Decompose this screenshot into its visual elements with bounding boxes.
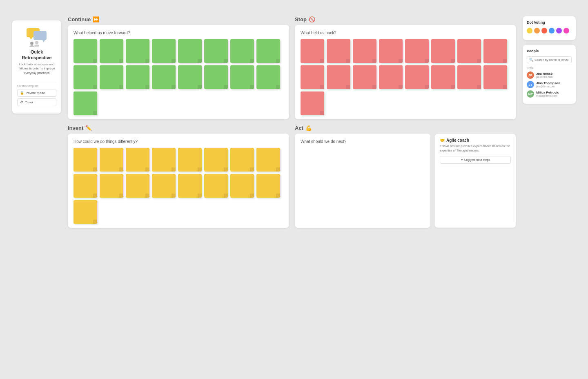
- sticky-note[interactable]: [483, 65, 507, 89]
- sticky-note[interactable]: [74, 200, 97, 224]
- sticky-note[interactable]: [431, 39, 455, 63]
- sticky-note[interactable]: [256, 174, 280, 198]
- continue-sticky-grid: [74, 39, 283, 115]
- timer-label: Timer: [25, 100, 33, 104]
- sticky-note[interactable]: [178, 174, 202, 198]
- invent-emoji: ✏️: [85, 125, 92, 131]
- sticky-note[interactable]: [152, 39, 176, 63]
- svg-marker-3: [42, 40, 45, 42]
- person-name: Jina Thompson: [536, 81, 560, 85]
- sticky-note[interactable]: [204, 65, 228, 89]
- sticky-note[interactable]: [457, 65, 481, 89]
- agile-coach-desc: This AI advisor provides expert advice b…: [440, 144, 511, 153]
- sticky-note[interactable]: [301, 39, 324, 63]
- dot-pink[interactable]: [564, 28, 569, 33]
- right-sidebar: Dot Voting People 🔍 Crew JR Ji: [523, 16, 576, 104]
- dot-voting-panel: Dot Voting: [523, 16, 576, 40]
- sticky-note[interactable]: [204, 148, 228, 172]
- sticky-note[interactable]: [74, 91, 97, 115]
- lock-icon: 🔒: [20, 91, 24, 95]
- agile-coach-card: 🤝 Agile coach This AI advisor provides e…: [434, 134, 516, 228]
- sticky-note[interactable]: [74, 39, 97, 63]
- suggest-label: ✦ Suggest next steps: [461, 158, 490, 162]
- dot-red[interactable]: [541, 28, 547, 33]
- stop-sticky-grid: [301, 39, 510, 115]
- sticky-note[interactable]: [204, 174, 228, 198]
- sticky-note[interactable]: [230, 148, 254, 172]
- sticky-note[interactable]: [204, 39, 228, 63]
- sticky-note[interactable]: [74, 65, 97, 89]
- sticky-note[interactable]: [152, 174, 176, 198]
- sticky-note[interactable]: [379, 39, 403, 63]
- svg-point-5: [29, 45, 34, 47]
- sticky-note[interactable]: [178, 148, 202, 172]
- timer-button[interactable]: ⏱ Timer: [17, 98, 56, 106]
- sticky-note[interactable]: [230, 65, 254, 89]
- sticky-note[interactable]: [327, 65, 350, 89]
- sticky-note[interactable]: [379, 65, 403, 89]
- act-section-title: Act 💪: [295, 125, 516, 131]
- board-row-top: Continue ⏩ What helped us move forward?: [68, 16, 516, 119]
- template-for-label: For this template: [17, 85, 38, 87]
- act-title-text: Act: [295, 125, 303, 131]
- person-info: Jina Thompson jina@firma.com: [536, 81, 560, 88]
- person-email: jim.renko.com: [536, 76, 552, 78]
- sticky-note[interactable]: [405, 65, 429, 89]
- continue-section-title: Continue ⏩: [68, 16, 289, 22]
- sticky-note[interactable]: [457, 39, 481, 63]
- sticky-note[interactable]: [100, 148, 123, 172]
- act-emoji: 💪: [305, 125, 312, 131]
- timer-icon: ⏱: [20, 100, 23, 104]
- sticky-note[interactable]: [178, 39, 202, 63]
- person-name: Milica Petrovic: [536, 91, 559, 94]
- svg-marker-1: [29, 37, 33, 40]
- svg-point-6: [35, 41, 38, 44]
- sticky-note[interactable]: [178, 65, 202, 89]
- sticky-note[interactable]: [126, 148, 149, 172]
- stop-emoji: 🚫: [309, 16, 315, 22]
- sticky-note[interactable]: [256, 39, 280, 63]
- person-row: MP Milica Petrovic milica@firma.com: [527, 90, 572, 98]
- dot-blue[interactable]: [549, 28, 555, 33]
- main-layout: Quick Retrospective Look back at success…: [12, 16, 576, 228]
- sticky-note[interactable]: [327, 39, 350, 63]
- suggest-next-steps-button[interactable]: ✦ Suggest next steps: [440, 156, 511, 164]
- people-search-box[interactable]: 🔍: [527, 56, 572, 63]
- continue-question: What helped us move forward?: [74, 31, 283, 35]
- sticky-note[interactable]: [152, 65, 176, 89]
- sticky-note[interactable]: [126, 65, 149, 89]
- dot-yellow[interactable]: [527, 28, 532, 33]
- sticky-note[interactable]: [353, 39, 376, 63]
- sticky-note[interactable]: [256, 148, 280, 172]
- sticky-note[interactable]: [301, 91, 324, 115]
- sticky-note[interactable]: [126, 174, 149, 198]
- person-name: Jim Renko: [536, 72, 552, 76]
- people-title: People: [527, 49, 572, 53]
- sticky-note[interactable]: [301, 65, 324, 89]
- sticky-note[interactable]: [353, 65, 376, 89]
- sticky-note[interactable]: [230, 174, 254, 198]
- sticky-note[interactable]: [74, 148, 97, 172]
- sticky-note[interactable]: [405, 39, 429, 63]
- private-mode-button[interactable]: 🔒 Private mode: [17, 89, 56, 97]
- person-info: Jim Renko jim.renko.com: [536, 72, 552, 78]
- dot-orange[interactable]: [534, 28, 540, 33]
- sticky-note[interactable]: [100, 174, 123, 198]
- avatar: JT: [527, 81, 534, 88]
- template-card: Quick Retrospective Look back at success…: [12, 20, 61, 114]
- dot-purple[interactable]: [556, 28, 562, 33]
- sticky-note[interactable]: [256, 65, 280, 89]
- people-panel: People 🔍 Crew JR Jim Renko jim.renko.com…: [523, 45, 576, 104]
- sticky-note[interactable]: [152, 148, 176, 172]
- sticky-note[interactable]: [100, 65, 123, 89]
- svg-rect-2: [33, 31, 47, 40]
- sticky-note[interactable]: [483, 39, 507, 63]
- invent-section-title: Invent ✏️: [68, 125, 289, 131]
- invent-sticky-grid: [74, 148, 283, 224]
- sticky-note[interactable]: [230, 39, 254, 63]
- sticky-note[interactable]: [431, 65, 455, 89]
- sticky-note[interactable]: [74, 174, 97, 198]
- people-search-input[interactable]: [535, 58, 569, 62]
- sticky-note[interactable]: [100, 39, 123, 63]
- sticky-note[interactable]: [126, 39, 149, 63]
